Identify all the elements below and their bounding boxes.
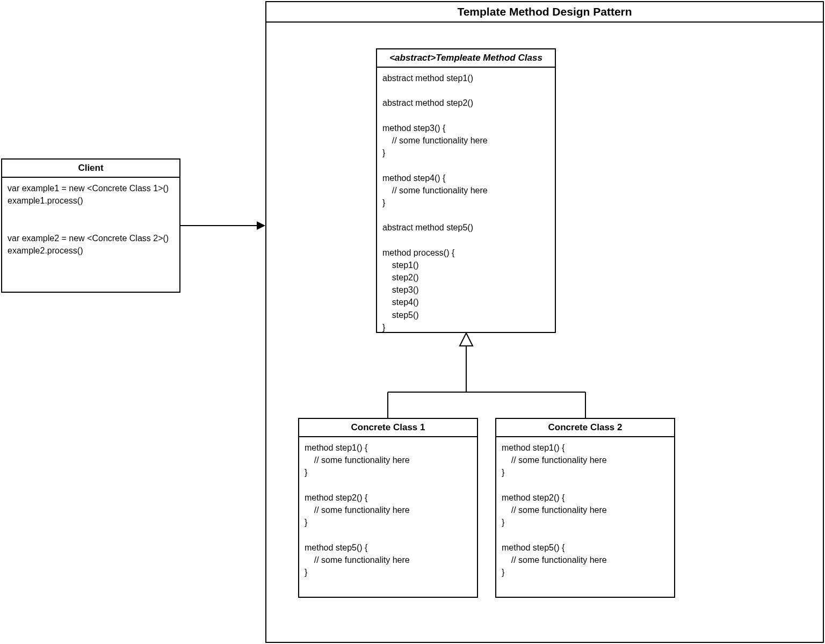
concrete-class-1-body: method step1() { // some functionality h…	[299, 437, 477, 583]
svg-marker-1	[257, 221, 265, 230]
abstract-class-box: <abstract>Templeate Method Class abstrac…	[376, 48, 556, 333]
concrete-class-2-title: Concrete Class 2	[496, 419, 674, 437]
concrete-class-1-box: Concrete Class 1 method step1() { // som…	[298, 418, 478, 598]
client-body: var example1 = new <Concrete Class 1>() …	[2, 178, 179, 261]
abstract-class-title: <abstract>Templeate Method Class	[377, 49, 555, 68]
client-title: Client	[2, 160, 179, 178]
client-box: Client var example1 = new <Concrete Clas…	[1, 158, 180, 293]
client-to-container-arrow	[180, 221, 265, 230]
concrete-class-1-title: Concrete Class 1	[299, 419, 477, 437]
concrete-class-2-box: Concrete Class 2 method step1() { // som…	[495, 418, 675, 598]
abstract-class-body: abstract method step1() abstract method …	[377, 68, 555, 338]
concrete-class-2-body: method step1() { // some functionality h…	[496, 437, 674, 583]
container-title: Template Method Design Pattern	[266, 2, 823, 23]
